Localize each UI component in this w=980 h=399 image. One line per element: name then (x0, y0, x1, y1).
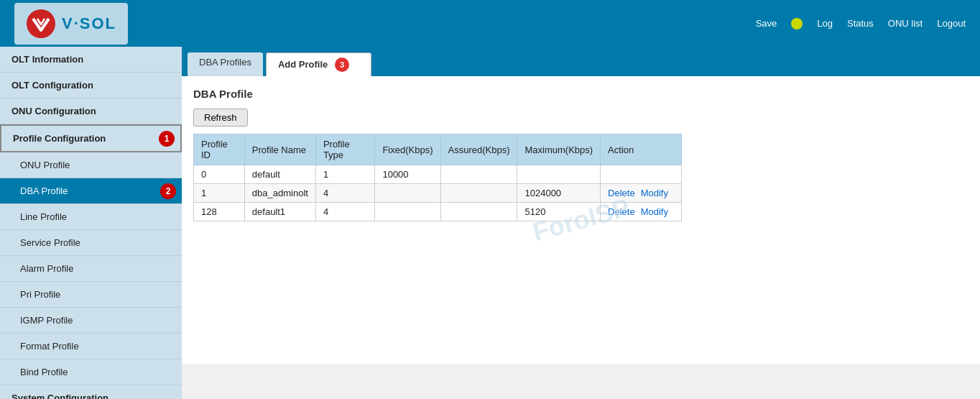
dba-profile-badge: 2 (160, 183, 176, 199)
sidebar-item-olt-information[interactable]: OLT Information (0, 47, 182, 73)
status-indicator (791, 18, 803, 29)
table-cell: 5120 (517, 203, 601, 221)
table-cell: 1 (194, 184, 245, 203)
main-area: DBA Profiles Add Profile 3 DBA Profile R… (182, 47, 980, 399)
profile-table: Profile ID Profile Name Profile Type Fix… (193, 134, 682, 221)
table-cell: 128 (194, 203, 245, 221)
save-button[interactable]: Save (756, 18, 777, 29)
sidebar-item-pri-profile[interactable]: Pri Profile (0, 282, 182, 308)
logout-link[interactable]: Logout (937, 18, 966, 29)
logo-text: V·SOL (62, 14, 116, 33)
table-cell (440, 184, 517, 203)
table-cell (440, 165, 517, 184)
col-header-profile-type: Profile Type (315, 134, 375, 165)
sidebar-item-format-profile[interactable]: Format Profile (0, 334, 182, 359)
col-header-profile-name: Profile Name (244, 134, 315, 165)
action-cell: DeleteModify (601, 203, 682, 221)
profile-config-badge: 1 (159, 131, 175, 147)
tab-dba-profiles[interactable]: DBA Profiles (188, 52, 263, 76)
sidebar-item-onu-configuration[interactable]: ONU Configuration (0, 98, 182, 124)
log-link[interactable]: Log (817, 18, 833, 29)
sidebar-item-profile-configuration[interactable]: Profile Configuration 1 (0, 124, 182, 152)
add-profile-badge: 3 (335, 58, 349, 72)
header: V·SOL Save Log Status ONU list Logout (0, 0, 980, 47)
status-link[interactable]: Status (847, 18, 874, 29)
table-cell (375, 184, 440, 203)
col-header-profile-id: Profile ID (194, 134, 245, 165)
header-right: Save Log Status ONU list Logout (756, 18, 966, 29)
sidebar-item-olt-configuration[interactable]: OLT Configuration (0, 73, 182, 98)
table-cell (517, 165, 601, 184)
sidebar-item-onu-profile[interactable]: ONU Profile (0, 152, 182, 178)
content-title: DBA Profile (193, 88, 969, 100)
action-cell (601, 165, 682, 184)
sidebar-item-igmp-profile[interactable]: IGMP Profile (0, 308, 182, 334)
table-cell: 4 (315, 203, 375, 221)
table-cell (375, 203, 440, 221)
delete-link[interactable]: Delete (608, 206, 635, 217)
onu-list-link[interactable]: ONU list (888, 18, 923, 29)
table-cell: default (244, 165, 315, 184)
delete-link[interactable]: Delete (608, 188, 635, 198)
table-cell: 1024000 (517, 184, 601, 203)
table-cell: 1 (315, 165, 375, 184)
sidebar-item-alarm-profile[interactable]: Alarm Profile (0, 256, 182, 282)
sidebar-item-dba-profile[interactable]: DBA Profile 2 (0, 178, 182, 204)
table-cell: 0 (194, 165, 245, 184)
col-header-fixed: Fixed(Kbps) (375, 134, 440, 165)
layout: OLT Information OLT Configuration ONU Co… (0, 47, 980, 399)
table-row: 128default145120DeleteModify (194, 203, 682, 221)
table-cell: default1 (244, 203, 315, 221)
sidebar-item-system-configuration[interactable]: System Configuration (0, 385, 182, 399)
modify-link[interactable]: Modify (641, 206, 668, 217)
tab-bar: DBA Profiles Add Profile 3 (182, 47, 980, 76)
refresh-button[interactable]: Refresh (193, 109, 248, 127)
col-header-action: Action (601, 134, 682, 165)
logo-icon (26, 9, 56, 39)
sidebar-item-service-profile[interactable]: Service Profile (0, 230, 182, 256)
table-cell: 4 (315, 184, 375, 203)
table-row: 1dba_adminolt41024000DeleteModify (194, 184, 682, 203)
table-cell (440, 203, 517, 221)
table-row: 0default110000 (194, 165, 682, 184)
modify-link[interactable]: Modify (641, 188, 668, 198)
content-area: DBA Profile Refresh ForoISP Profile ID P… (182, 76, 980, 364)
table-cell: 10000 (375, 165, 440, 184)
sidebar-item-bind-profile[interactable]: Bind Profile (0, 359, 182, 385)
col-header-assured: Assured(Kbps) (440, 134, 517, 165)
action-cell: DeleteModify (601, 184, 682, 203)
logo-area: V·SOL (14, 3, 128, 45)
col-header-maximum: Maximum(Kbps) (517, 134, 601, 165)
sidebar-item-line-profile[interactable]: Line Profile (0, 204, 182, 230)
sidebar: OLT Information OLT Configuration ONU Co… (0, 47, 182, 399)
tab-add-profile[interactable]: Add Profile 3 (266, 52, 371, 76)
table-cell: dba_adminolt (244, 184, 315, 203)
